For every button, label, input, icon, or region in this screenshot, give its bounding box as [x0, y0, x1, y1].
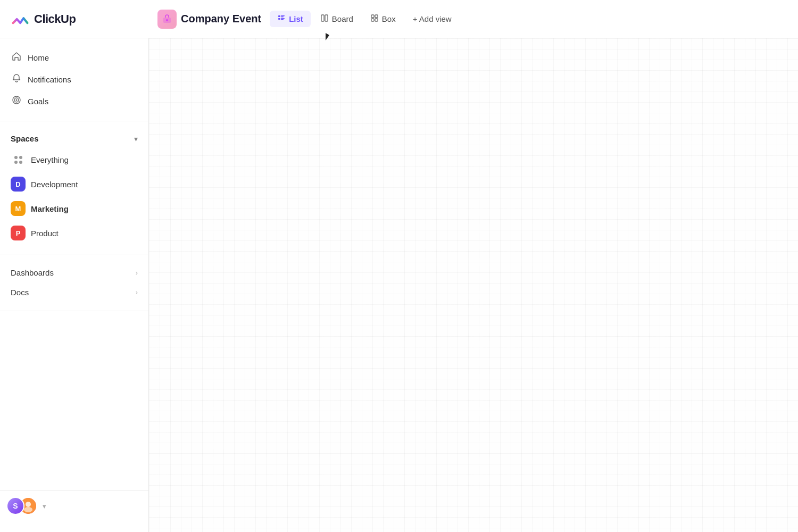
avatar-stack: S	[6, 497, 37, 515]
product-badge-letter: P	[16, 229, 21, 237]
svg-point-19	[24, 507, 32, 512]
goals-icon	[11, 95, 22, 107]
sidebar-item-everything[interactable]: Everything	[4, 147, 144, 172]
tab-board-label: Board	[332, 14, 353, 23]
svg-rect-9	[325, 15, 328, 21]
sidebar-notifications-label: Notifications	[28, 75, 71, 84]
logo-text: ClickUp	[34, 12, 76, 26]
docs-label: Docs	[11, 288, 29, 297]
clickup-logo-icon	[11, 10, 30, 29]
spaces-chevron-icon: ▾	[134, 135, 138, 143]
development-badge-letter: D	[15, 180, 20, 188]
add-view-button[interactable]: + Add view	[405, 11, 459, 27]
development-badge: D	[11, 177, 26, 192]
user-chevron-icon: ▾	[43, 502, 46, 510]
dashboards-chevron-icon: ›	[136, 269, 138, 277]
marketing-label: Marketing	[31, 204, 69, 213]
svg-rect-10	[371, 15, 374, 18]
svg-rect-4	[281, 16, 284, 18]
list-tab-icon	[277, 14, 286, 24]
svg-rect-7	[281, 19, 284, 20]
product-badge: P	[11, 226, 26, 240]
sidebar-item-goals[interactable]: Goals	[4, 90, 144, 112]
collapsible-section: Dashboards › Docs ›	[0, 259, 148, 306]
sidebar: Home Notifications	[0, 38, 149, 532]
sidebar-item-docs[interactable]: Docs ›	[4, 282, 144, 302]
sidebar-divider-2	[0, 254, 148, 254]
project-icon	[157, 10, 177, 29]
sidebar-divider-1	[0, 121, 148, 121]
svg-rect-11	[375, 15, 378, 18]
home-icon	[11, 52, 22, 64]
project-title: Company Event	[181, 13, 261, 25]
logo-area: ClickUp	[11, 10, 149, 29]
sidebar-item-home[interactable]: Home	[4, 47, 144, 69]
add-view-label: + Add view	[413, 14, 452, 23]
content-area	[149, 38, 798, 532]
svg-point-18	[26, 502, 31, 507]
sidebar-item-dashboards[interactable]: Dashboards ›	[4, 263, 144, 282]
product-label: Product	[31, 229, 59, 238]
svg-rect-5	[278, 18, 280, 20]
sidebar-item-development[interactable]: D Development	[4, 172, 144, 196]
development-label: Development	[31, 180, 78, 189]
board-tab-icon	[320, 14, 329, 24]
main-layout: Home Notifications	[0, 38, 798, 532]
dashboards-label: Dashboards	[11, 268, 54, 277]
tab-list-label: List	[289, 14, 303, 23]
tab-box-label: Box	[382, 14, 396, 23]
sidebar-divider-3	[0, 311, 148, 311]
svg-rect-6	[281, 18, 285, 19]
svg-rect-2	[278, 15, 280, 17]
everything-label: Everything	[31, 155, 69, 164]
everything-dots-icon	[11, 152, 26, 167]
spaces-header-label: Spaces	[11, 134, 39, 143]
spaces-section: Spaces ▾ Everything D	[0, 126, 148, 250]
tab-list[interactable]: List	[270, 11, 311, 27]
sidebar-home-label: Home	[28, 53, 49, 62]
view-tabs: List Board	[270, 11, 459, 27]
user-area[interactable]: S ▾	[0, 490, 148, 521]
docs-chevron-icon: ›	[136, 288, 138, 296]
bell-icon	[11, 73, 22, 86]
sidebar-goals-label: Goals	[28, 97, 48, 106]
tab-board[interactable]: Board	[313, 11, 361, 27]
sidebar-item-marketing[interactable]: M Marketing	[4, 196, 144, 221]
svg-rect-12	[371, 19, 374, 21]
svg-rect-13	[375, 19, 378, 21]
svg-rect-3	[281, 15, 285, 16]
sidebar-item-product[interactable]: P Product	[4, 221, 144, 245]
spaces-header[interactable]: Spaces ▾	[4, 130, 144, 147]
svg-point-1	[166, 19, 168, 21]
sidebar-item-notifications[interactable]: Notifications	[4, 69, 144, 90]
marketing-badge: M	[11, 201, 26, 216]
svg-point-16	[16, 99, 18, 101]
svg-rect-8	[321, 15, 324, 21]
topbar-content: Company Event List	[157, 10, 787, 29]
tab-box[interactable]: Box	[363, 11, 403, 27]
marketing-badge-letter: M	[15, 205, 21, 213]
box-tab-icon	[370, 14, 379, 24]
topbar: ClickUp Company Event	[0, 0, 798, 38]
sidebar-nav: Home Notifications	[0, 38, 148, 117]
avatar-s: S	[6, 497, 24, 515]
